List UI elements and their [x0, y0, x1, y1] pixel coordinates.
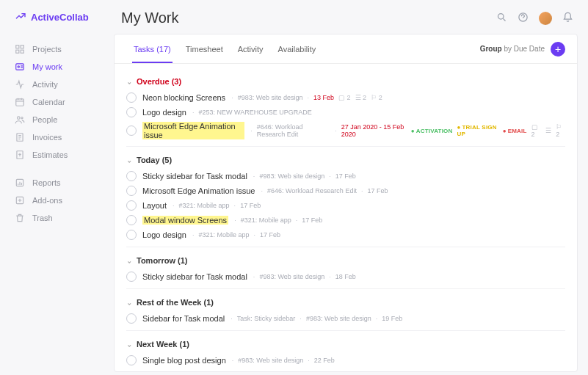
sidebar-item-estimates[interactable]: Estimates [15, 146, 106, 164]
task-checkbox[interactable] [126, 215, 137, 225]
group-header[interactable]: ⌃Tomorrow (1) [115, 247, 577, 269]
sidebar-item-trash[interactable]: Trash [15, 209, 106, 227]
svg-rect-6 [16, 99, 24, 106]
sidebar: ActiveCollab Projects My work Activity C… [0, 0, 106, 375]
task-meta: · Task: Sticky sidebar · #983: Web site … [231, 315, 402, 322]
task-name: Layout [142, 201, 167, 210]
id-icon [15, 62, 25, 72]
invoice-icon [15, 132, 25, 142]
task-row[interactable]: Microsoft Edge Animation issue · #646: W… [115, 120, 577, 142]
svg-rect-0 [16, 45, 19, 48]
sidebar-item-activity[interactable]: Activity [15, 76, 106, 93]
svg-point-5 [18, 66, 19, 68]
task-row[interactable]: Sticky sidebar for Task modal · #983: We… [115, 269, 577, 284]
sidebar-item-label: My work [32, 62, 62, 71]
estimate-icon [15, 150, 25, 160]
tab-timesheet[interactable]: Timesheet [178, 36, 231, 62]
task-meta: · #253: NEW WAREHOUSE UPGRADE [192, 109, 312, 116]
task-row[interactable]: Neon blocking Screens · #983: Web site d… [115, 90, 577, 105]
task-checkbox[interactable] [126, 272, 137, 282]
logo-icon [15, 10, 26, 24]
sidebar-item-addons[interactable]: Add-ons [15, 192, 106, 209]
group-title: Next Week (1) [137, 340, 189, 349]
group-label[interactable]: Group by Due Date [480, 45, 545, 53]
brand[interactable]: ActiveCollab [15, 10, 106, 24]
topbar: My Work [106, 0, 588, 28]
sidebar-item-label: Trash [32, 214, 53, 222]
tab-tasks[interactable]: Tasks (17) [126, 36, 178, 62]
task-row[interactable]: Logo design · #253: NEW WAREHOUSE UPGRAD… [115, 105, 577, 120]
task-tag: TRIAL SIGN UP [457, 124, 498, 137]
tab-availability[interactable]: Availability [271, 36, 324, 62]
task-name: Sidebar for Task modal [142, 314, 225, 323]
task-name: Neon blocking Screens [142, 93, 225, 102]
task-row[interactable]: Layout · #321: Mobile app · 17 Feb [115, 198, 577, 213]
tabs: Tasks (17) Timesheet Activity Availabili… [115, 34, 577, 64]
sidebar-item-reports[interactable]: Reports [15, 174, 106, 192]
sidebar-item-label: Calendar [32, 98, 65, 106]
chevron-down-icon: ⌃ [126, 257, 132, 264]
search-icon[interactable] [496, 12, 507, 25]
svg-rect-2 [16, 50, 19, 53]
card: Tasks (17) Timesheet Activity Availabili… [114, 34, 578, 372]
brand-name: ActiveCollab [31, 12, 89, 23]
chevron-down-icon: ⌃ [126, 78, 132, 85]
task-row[interactable]: Sticky sidebar for Task modal · #983: We… [115, 169, 577, 183]
task-checkbox[interactable] [126, 186, 137, 196]
task-checkbox[interactable] [126, 171, 137, 181]
svg-point-7 [18, 117, 21, 120]
task-tag: EMAIL [503, 128, 527, 134]
task-row[interactable]: Modal window Screens · #321: Mobile app … [115, 213, 577, 227]
avatar[interactable] [539, 12, 552, 25]
task-checkbox[interactable] [126, 230, 137, 240]
sidebar-item-label: Invoices [32, 133, 62, 142]
task-checkbox[interactable] [126, 92, 137, 103]
subtasks-icon: ☰ [545, 127, 551, 134]
svg-point-13 [498, 13, 504, 19]
task-list: ⌃Overdue (3)Neon blocking Screens · #983… [115, 64, 577, 371]
task-name: Logo design [142, 230, 186, 239]
task-checkbox[interactable] [126, 355, 137, 365]
task-meta: · #321: Mobile app · 17 Feb [173, 202, 261, 209]
task-checkbox[interactable] [126, 313, 137, 324]
chevron-down-icon: ⌃ [126, 341, 132, 348]
task-meta: · #983: Web site design · 18 Feb [253, 273, 356, 280]
comments-icon: ▢ 2 [531, 123, 542, 138]
task-meta: · #983: Web site design · 17 Feb [253, 172, 356, 180]
sidebar-item-calendar[interactable]: Calendar [15, 93, 106, 111]
task-checkbox[interactable] [126, 200, 137, 211]
task-row[interactable]: Single blog post design · #983: Web site… [115, 353, 577, 368]
task-row[interactable]: Logo design · #321: Mobile app · 17 Feb [115, 227, 577, 242]
sidebar-item-label: People [32, 115, 57, 124]
activity-icon [15, 79, 25, 90]
group-header[interactable]: ⌃Next Week (1) [115, 331, 577, 353]
task-meta: · #983: Web site design · 22 Feb [232, 357, 335, 364]
sidebar-item-invoices[interactable]: Invoices [15, 128, 106, 146]
sidebar-item-projects[interactable]: Projects [15, 40, 106, 58]
task-checkbox[interactable] [126, 125, 137, 136]
svg-rect-3 [21, 50, 23, 53]
task-checkbox[interactable] [126, 107, 137, 117]
group-header[interactable]: ⌃Today (5) [115, 147, 577, 169]
help-icon[interactable] [518, 12, 529, 25]
group-title: Today (5) [137, 156, 172, 164]
sidebar-item-my-work[interactable]: My work [15, 58, 106, 76]
task-name: Logo design [142, 108, 186, 117]
bell-icon[interactable] [562, 12, 573, 25]
add-button[interactable]: + [551, 42, 565, 57]
task-name: Microsoft Edge Animation issue [142, 122, 244, 139]
task-name: Microsoft Edge Animation issue [142, 186, 255, 195]
svg-rect-1 [21, 45, 23, 48]
group-header[interactable]: ⌃Overdue (3) [115, 68, 577, 90]
svg-point-8 [21, 117, 23, 119]
task-name: Single blog post design [142, 356, 226, 365]
sidebar-item-label: Add-ons [32, 196, 62, 205]
sidebar-item-people[interactable]: People [15, 111, 106, 128]
task-meta: · #983: Web site design · 13 Feb▢ 2☰ 2⚐ … [231, 94, 382, 101]
group-header[interactable]: ⌃Rest of the Week (1) [115, 289, 577, 311]
tab-activity[interactable]: Activity [231, 36, 271, 62]
task-tag: ACTIVATION [411, 128, 453, 134]
task-row[interactable]: Sidebar for Task modal · Task: Sticky si… [115, 311, 577, 326]
main: My Work Tasks (17) Timesheet Activity Av… [106, 0, 588, 375]
task-row[interactable]: Microsoft Edge Animation issue · #646: W… [115, 183, 577, 198]
